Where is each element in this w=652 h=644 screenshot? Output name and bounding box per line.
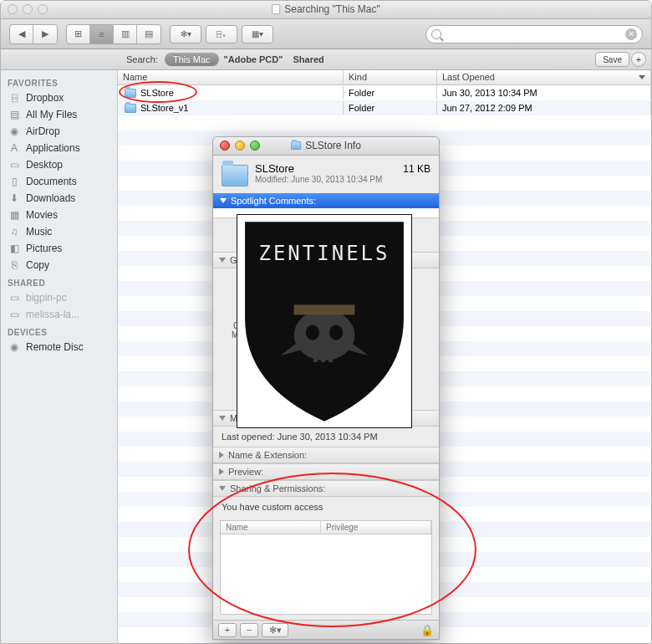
sidebar-item-shared-1[interactable]: ▭bigpin-pc	[1, 289, 117, 306]
permissions-body	[221, 534, 431, 614]
airdrop-icon: ◉	[8, 125, 21, 137]
svg-rect-7	[294, 304, 355, 314]
sidebar-item-remotedisc[interactable]: ◉Remote Disc	[1, 339, 117, 355]
sidebar: FAVORITES ⌸Dropbox ▤All My Files ◉AirDro…	[1, 70, 118, 644]
forward-button[interactable]: ▶	[33, 25, 57, 43]
sidebar-head-devices: DEVICES	[1, 323, 117, 339]
pictures-icon: ◧	[8, 243, 21, 254]
search-scope-bar: Search: This Mac "Adobe PCD" Shared Save…	[1, 49, 651, 70]
minimize-icon[interactable]	[23, 4, 33, 14]
clear-search-button[interactable]: ✕	[625, 28, 637, 40]
search-box[interactable]: ✕	[425, 25, 643, 43]
view-list[interactable]: ≡	[90, 25, 114, 43]
allfiles-icon: ▤	[8, 109, 21, 120]
lock-icon[interactable]: 🔒	[420, 624, 434, 636]
nav-back-forward[interactable]: ◀ ▶	[9, 24, 58, 44]
scope-folder[interactable]: "Adobe PCD"	[224, 54, 283, 64]
info-footer: + − ✻▾ 🔒	[213, 620, 439, 639]
scope-this-mac[interactable]: This Mac	[165, 53, 219, 66]
action-menu-button[interactable]: ✻▾	[262, 623, 288, 637]
disclosure-open-icon	[220, 198, 227, 203]
remove-user-button[interactable]: −	[240, 623, 258, 637]
titlebar: Searching "This Mac"	[1, 1, 651, 19]
svg-rect-4	[313, 355, 318, 362]
perm-col-privilege: Privilege	[321, 521, 431, 534]
section-spotlight[interactable]: Spotlight Comments:	[213, 193, 439, 208]
permissions-table: Name Privilege	[220, 520, 432, 615]
sidebar-head-favorites: FAVORITES	[1, 74, 117, 89]
view-coverflow[interactable]: ▤	[137, 25, 160, 43]
zoom-icon[interactable]	[38, 4, 48, 14]
action-menu[interactable]: ✻▾	[170, 25, 201, 43]
more-info-body: Last opened: June 30, 2013 10:34 PM	[213, 427, 439, 447]
copy-icon: ⎘	[8, 259, 21, 271]
sidebar-item-pictures[interactable]: ◧Pictures	[1, 240, 117, 257]
arrange-menu[interactable]: ▦▾	[242, 25, 273, 43]
permissions-access-text: You have custom access	[213, 497, 439, 517]
info-window-title: SLStore Info	[291, 140, 361, 151]
disclosure-closed-icon	[219, 468, 224, 475]
sidebar-item-movies[interactable]: ▦Movies	[1, 207, 117, 223]
svg-rect-3	[311, 348, 338, 355]
view-columns[interactable]: ▥	[114, 25, 137, 43]
save-search-button[interactable]: Save	[595, 52, 629, 67]
apps-icon: A	[8, 142, 21, 154]
computer-icon: ▭	[8, 309, 21, 320]
add-user-button[interactable]: +	[218, 623, 237, 637]
view-icon-grid[interactable]: ⊞	[67, 25, 90, 43]
sidebar-item-shared-2[interactable]: ▭melissa-la...	[1, 306, 117, 323]
col-opened[interactable]: Last Opened	[437, 70, 651, 84]
col-kind[interactable]: Kind	[344, 70, 437, 84]
section-name-ext[interactable]: Name & Extension:	[213, 447, 439, 463]
scope-shared[interactable]: Shared	[293, 54, 323, 64]
minimize-icon[interactable]	[235, 141, 245, 151]
sidebar-head-shared: SHARED	[1, 273, 117, 289]
list-row[interactable]: SLStore_v1 Folder Jun 27, 2012 2:09 PM	[118, 100, 651, 115]
dropbox-icon: ⌸	[8, 92, 21, 104]
svg-rect-5	[321, 355, 325, 362]
movies-icon: ▦	[8, 209, 21, 221]
close-icon[interactable]	[220, 141, 230, 151]
dropbox-menu[interactable]: ⌸▾	[206, 25, 237, 43]
section-sharing-permissions[interactable]: Sharing & Permissions:	[213, 480, 439, 497]
window-title: Searching "This Mac"	[272, 3, 380, 15]
sidebar-item-downloads[interactable]: ⬇Downloads	[1, 190, 117, 207]
view-switcher[interactable]: ⊞ ≡ ▥ ▤	[66, 24, 161, 44]
music-icon: ♫	[8, 226, 21, 238]
info-titlebar: SLStore Info	[213, 137, 439, 156]
disclosure-closed-icon	[219, 452, 224, 458]
brand-text: ZENTINELS	[240, 242, 409, 265]
disclosure-open-icon	[219, 416, 226, 421]
folder-icon	[125, 89, 136, 98]
svg-point-1	[306, 325, 319, 340]
sidebar-item-allmyfiles[interactable]: ▤All My Files	[1, 106, 117, 123]
add-criteria-button[interactable]: +	[631, 52, 646, 67]
sidebar-item-airdrop[interactable]: ◉AirDrop	[1, 123, 117, 140]
svg-rect-6	[329, 355, 333, 362]
documents-icon: ▯	[8, 176, 21, 187]
sidebar-item-desktop[interactable]: ▭Desktop	[1, 156, 117, 173]
info-traffic-lights	[220, 141, 260, 151]
sidebar-item-dropbox[interactable]: ⌸Dropbox	[1, 89, 117, 106]
info-header: SLStore Modified: June 30, 2013 10:34 PM…	[213, 156, 439, 193]
zoom-icon[interactable]	[250, 141, 260, 151]
list-row[interactable]: SLStore Folder Jun 30, 2013 10:34 PM	[118, 85, 651, 100]
close-icon[interactable]	[8, 4, 18, 14]
svg-point-2	[329, 325, 343, 340]
search-icon	[431, 29, 441, 39]
back-button[interactable]: ◀	[10, 25, 33, 43]
sidebar-item-documents[interactable]: ▯Documents	[1, 173, 117, 190]
section-preview[interactable]: Preview:	[213, 463, 439, 480]
search-input[interactable]	[445, 29, 625, 39]
sidebar-item-copy[interactable]: ⎘Copy	[1, 257, 117, 273]
logo-image: ZENTINELS	[240, 217, 409, 424]
window-title-text: Searching "This Mac"	[284, 3, 380, 15]
image-preview-overlay: ZENTINELS	[237, 214, 412, 428]
sidebar-item-applications[interactable]: AApplications	[1, 140, 117, 156]
sidebar-item-music[interactable]: ♫Music	[1, 223, 117, 240]
info-modified: Modified: June 30, 2013 10:34 PM	[255, 175, 430, 184]
disclosure-open-icon	[219, 258, 226, 263]
downloads-icon: ⬇	[8, 192, 21, 204]
folder-icon	[222, 165, 248, 187]
col-name[interactable]: Name	[118, 70, 344, 84]
